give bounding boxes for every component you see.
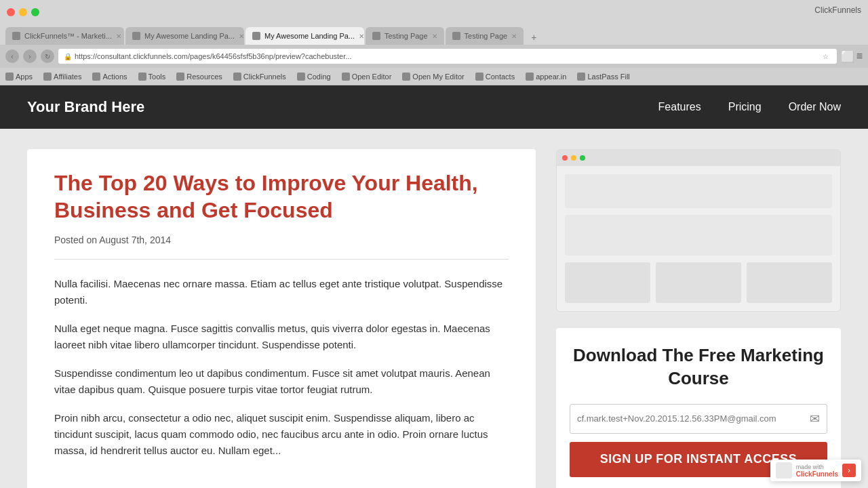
tab-label-4: Testing Page: [384, 32, 428, 40]
browser-addressbar: ‹ › ↻ 🔒 https://consultant.clickfunnels.…: [0, 45, 868, 68]
bookmark-apps-label: Apps: [16, 73, 33, 81]
apps-bookmark-icon: [5, 73, 14, 81]
cf-badge-arrow[interactable]: ›: [842, 464, 856, 477]
bookmark-contacts-label: Contacts: [486, 73, 515, 81]
cf-top-label: ClickFunnels: [814, 5, 861, 15]
mockup-card-2: [656, 262, 741, 303]
contacts-bookmark-icon: [475, 73, 484, 81]
email-icon: ✉: [810, 411, 820, 426]
address-bar-icons: ☆: [821, 51, 831, 62]
article-para-1: Nulla facilisi. Maecenas nec ornare mass…: [54, 276, 509, 308]
site-header: Your Brand Here Features Pricing Order N…: [0, 85, 868, 129]
cf-badge-made-with: made with: [796, 464, 824, 470]
browser-title-bar: ClickFunnels: [0, 0, 868, 24]
nav-features[interactable]: Features: [658, 101, 701, 113]
address-bar[interactable]: 🔒 https://consultant.clickfunnels.com/pa…: [58, 49, 837, 64]
bookmark-clickfunnels-label: ClickFunnels: [243, 73, 286, 81]
email-input[interactable]: [577, 413, 810, 424]
mockup-cards: [565, 262, 832, 303]
site-logo: Your Brand Here: [27, 98, 144, 116]
article-divider: [54, 259, 509, 260]
tab-favicon-4: [372, 32, 380, 40]
lastpass-bookmark-icon: [577, 73, 585, 81]
minimize-button[interactable]: [19, 8, 27, 16]
content-area: The Top 20 Ways to Improve Your Health, …: [0, 129, 868, 488]
new-tab-button[interactable]: +: [525, 30, 542, 45]
tab-close-2[interactable]: ✕: [239, 33, 244, 40]
close-button[interactable]: [7, 8, 15, 16]
bookmark-actions[interactable]: Actions: [92, 73, 127, 81]
tab-favicon-2: [132, 32, 140, 40]
tab-close-3[interactable]: ✕: [359, 33, 364, 40]
bookmark-lastpass[interactable]: LastPass Fill: [577, 73, 629, 81]
tab-label-1: ClickFunnels™ - Marketi...: [24, 32, 112, 40]
mockup-minimize-dot: [571, 155, 576, 161]
bookmark-open-editor[interactable]: Open Editor: [342, 73, 392, 81]
bookmark-coding[interactable]: Coding: [297, 73, 331, 81]
back-button[interactable]: ‹: [5, 49, 19, 63]
article-para-3: Suspendisse condimentum leo ut dapibus c…: [54, 365, 509, 398]
bookmark-open-my-editor-label: Open My Editor: [412, 73, 464, 81]
toolbar-icons: ⬜ ≡: [841, 50, 863, 63]
bookmark-appear-in[interactable]: appear.in: [526, 73, 566, 81]
bookmark-resources-label: Resources: [186, 73, 222, 81]
tab-1[interactable]: ClickFunnels™ - Marketi... ✕: [5, 27, 124, 45]
cf-badge-logo: [776, 462, 792, 479]
open-editor-bookmark-icon: [342, 73, 350, 81]
bookmark-resources[interactable]: Resources: [176, 73, 222, 81]
tools-bookmark-icon: [138, 73, 146, 81]
mockup-body: [557, 166, 840, 311]
bookmark-affiliates[interactable]: Affiliates: [43, 73, 81, 81]
tab-2[interactable]: My Awesome Landing Pa... ✕: [125, 27, 244, 45]
tab-close-1[interactable]: ✕: [116, 33, 121, 40]
site-nav: Features Pricing Order Now: [658, 101, 841, 113]
tab-favicon-3: [252, 32, 260, 40]
article-card: The Top 20 Ways to Improve Your Health, …: [27, 149, 536, 488]
tab-close-5[interactable]: ✕: [511, 33, 517, 40]
mockup-banner: [565, 174, 832, 208]
cf-badge-brand: ClickFunnels: [796, 470, 838, 478]
tab-label-3: My Awesome Landing Pa...: [264, 32, 355, 40]
browser-mockup: [556, 149, 841, 312]
nav-order-now[interactable]: Order Now: [789, 101, 841, 113]
tab-favicon-5: [452, 32, 460, 40]
mockup-content-block: [565, 215, 832, 256]
bookmark-coding-label: Coding: [307, 73, 331, 81]
open-my-editor-bookmark-icon: [402, 73, 410, 81]
article-para-2: Nulla eget neque magna. Fusce sagittis c…: [54, 321, 509, 353]
email-input-wrapper[interactable]: ✉: [570, 404, 827, 434]
tab-label-5: Testing Page: [465, 32, 508, 40]
extensions-icon[interactable]: ⬜: [841, 50, 854, 63]
bookmark-open-my-editor[interactable]: Open My Editor: [402, 73, 464, 81]
browser-tabs: ClickFunnels™ - Marketi... ✕ My Awesome …: [0, 24, 868, 45]
mockup-card-1: [565, 262, 650, 303]
affiliates-bookmark-icon: [43, 73, 52, 81]
bookmark-contacts[interactable]: Contacts: [475, 73, 515, 81]
coding-bookmark-icon: [297, 73, 305, 81]
menu-icon[interactable]: ≡: [856, 50, 863, 63]
mockup-maximize-dot: [580, 155, 585, 161]
maximize-button[interactable]: [31, 8, 39, 16]
forward-button[interactable]: ›: [23, 49, 37, 63]
reload-button[interactable]: ↻: [41, 49, 54, 63]
tab-label-2: My Awesome Landing Pa...: [144, 32, 235, 40]
tab-4[interactable]: Testing Page ✕: [366, 27, 444, 45]
tab-5[interactable]: Testing Page ✕: [446, 27, 524, 45]
bookmark-apps[interactable]: Apps: [5, 73, 33, 81]
tab-favicon-1: [12, 32, 20, 40]
bookmark-appear-in-label: appear.in: [536, 73, 566, 81]
bookmark-open-editor-label: Open Editor: [352, 73, 392, 81]
page-wrapper: Your Brand Here Features Pricing Order N…: [0, 85, 868, 488]
bookmark-star-icon[interactable]: ☆: [821, 51, 831, 62]
mockup-titlebar: [557, 150, 840, 166]
tab-3[interactable]: My Awesome Landing Pa... ✕: [245, 27, 364, 45]
bookmark-clickfunnels[interactable]: ClickFunnels: [233, 73, 286, 81]
nav-pricing[interactable]: Pricing: [728, 101, 762, 113]
bookmark-tools[interactable]: Tools: [138, 73, 166, 81]
clickfunnels-bookmark-icon: [233, 73, 241, 81]
cf-badge-text: made with ClickFunnels: [796, 464, 838, 478]
tab-close-4[interactable]: ✕: [432, 33, 437, 40]
article-para-4: Proin nibh arcu, consectetur a odio nec,…: [54, 410, 509, 459]
appear-in-bookmark-icon: [526, 73, 534, 81]
cf-badge: made with ClickFunnels ›: [770, 460, 861, 481]
